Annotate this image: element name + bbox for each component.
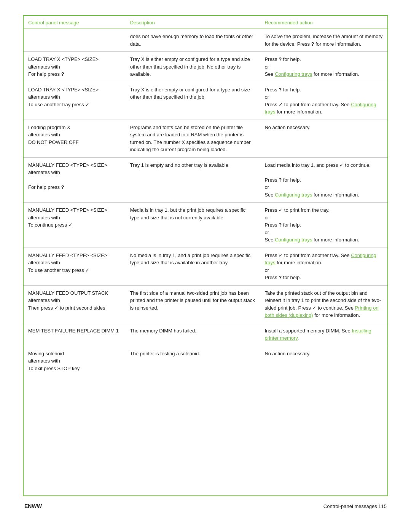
configuring-trays-link-5[interactable]: Configuring trays [264, 252, 376, 266]
table-row: MEM TEST FAILURE REPLACE DIMM 1 The memo… [24, 323, 387, 346]
table-row: Moving solenoid alternates with To exit … [24, 346, 387, 376]
main-table-container: Control panel message Description Recomm… [23, 15, 388, 496]
table-row: LOAD TRAY X <TYPE> <SIZE> alternates wit… [24, 52, 387, 82]
cell-desc: Media is in tray 1, but the print job re… [126, 203, 260, 248]
table-row: MANUALLY FEED OUTPUT STACK alternates wi… [24, 285, 387, 323]
page: Control panel message Description Recomm… [0, 0, 411, 532]
cell-control: LOAD TRAY X <TYPE> <SIZE> alternates wit… [24, 52, 126, 82]
table-header-row: Control panel message Description Recomm… [24, 16, 387, 29]
cell-action: Install a supported memory DIMM. See Ins… [260, 323, 387, 346]
cell-action: Press ✓ to print from the tray. or Press… [260, 203, 387, 248]
cell-control [24, 29, 126, 52]
cell-action: Take the printed stack out of the output… [260, 285, 387, 323]
cell-action: No action necessary. [260, 346, 387, 376]
table-row: Loading program X alternates with DO NOT… [24, 120, 387, 157]
cell-control: Loading program X alternates with DO NOT… [24, 120, 126, 157]
cell-action: Load media into tray 1, and press ✓ to c… [260, 157, 387, 203]
cell-control: Moving solenoid alternates with To exit … [24, 346, 126, 376]
configuring-trays-link-4[interactable]: Configuring trays [275, 237, 312, 243]
cell-action: Press ✓ to print from another tray. See … [260, 248, 387, 285]
cell-control: MANUALLY FEED <TYPE> <SIZE> alternates w… [24, 157, 126, 203]
cell-desc: does not have enough memory to load the … [126, 29, 260, 52]
header-action: Recommended action [260, 16, 387, 29]
table-row: does not have enough memory to load the … [24, 29, 387, 52]
installing-printer-memory-link[interactable]: Installing printer memory [264, 328, 371, 341]
cell-action: Press ? for help. or See Configuring tra… [260, 52, 387, 82]
footer-left: ENWW [24, 503, 42, 509]
cell-control: MANUALLY FEED <TYPE> <SIZE> alternates w… [24, 248, 126, 285]
cell-action: Press ? for help. or Press ✓ to print fr… [260, 82, 387, 120]
table-row: MANUALLY FEED <TYPE> <SIZE> alternates w… [24, 248, 387, 285]
page-footer: ENWW Control-panel messages 115 [23, 503, 388, 509]
cell-desc: The printer is testing a solenoid. [126, 346, 260, 376]
cell-control: MANUALLY FEED <TYPE> <SIZE> alternates w… [24, 203, 126, 248]
cell-desc: No media is in tray 1, and a print job r… [126, 248, 260, 285]
table-row: MANUALLY FEED <TYPE> <SIZE> alternates w… [24, 157, 387, 203]
cell-desc: The first side of a manual two-sided pri… [126, 285, 260, 323]
cell-desc: Tray X is either empty or configured for… [126, 52, 260, 82]
header-control: Control panel message [24, 16, 126, 29]
header-description: Description [126, 16, 260, 29]
cell-desc: Tray X is either empty or configured for… [126, 82, 260, 120]
configuring-trays-link-1[interactable]: Configuring trays [275, 71, 312, 77]
cell-action: No action necessary. [260, 120, 387, 157]
table-row: MANUALLY FEED <TYPE> <SIZE> alternates w… [24, 203, 387, 248]
configuring-trays-link-3[interactable]: Configuring trays [275, 192, 312, 198]
cell-desc: Programs and fonts can be stored on the … [126, 120, 260, 157]
cell-control: MEM TEST FAILURE REPLACE DIMM 1 [24, 323, 126, 346]
table-row: LOAD TRAY X <TYPE> <SIZE> alternates wit… [24, 82, 387, 120]
cell-desc: Tray 1 is empty and no other tray is ava… [126, 157, 260, 203]
cell-action: To solve the problem, increase the amoun… [260, 29, 387, 52]
printing-both-sides-link[interactable]: Printing on both sides (duplexing) [264, 305, 378, 318]
footer-right: Control-panel messages 115 [323, 503, 387, 509]
cell-control: MANUALLY FEED OUTPUT STACK alternates wi… [24, 285, 126, 323]
cell-desc: The memory DIMM has failed. [126, 323, 260, 346]
cell-control: LOAD TRAY X <TYPE> <SIZE> alternates wit… [24, 82, 126, 120]
control-panel-table: Control panel message Description Recomm… [24, 16, 387, 376]
configuring-trays-link-2[interactable]: Configuring trays [264, 102, 376, 115]
